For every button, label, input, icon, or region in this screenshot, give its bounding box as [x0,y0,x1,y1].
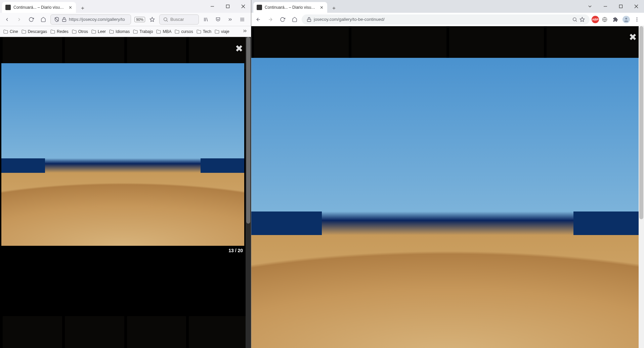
svg-line-11 [207,17,208,21]
close-tab-icon[interactable]: ✕ [319,5,324,10]
bookmarks-bar: Cine Descargas Redes Otros Leer Idiomas … [0,26,251,37]
svg-rect-1 [226,5,229,8]
folder-icon [72,29,77,34]
svg-point-30 [637,21,638,22]
svg-line-23 [576,21,577,22]
close-window-button[interactable] [629,0,644,13]
minimize-button[interactable] [205,0,220,13]
new-tab-button[interactable]: ＋ [78,3,87,13]
lightbox: 13 / 20 [1,63,244,254]
page-content: ✖ 13 / 20 [0,37,251,348]
url-text: https://josecoy.com/gallery/to [69,17,127,22]
folder-icon [50,29,55,34]
forward-button[interactable] [14,14,24,25]
firefox-window: Continuará... – Diario visual de ✕ ＋ htt… [0,0,251,348]
lightbox-image[interactable] [251,58,644,348]
folder-icon [22,29,26,34]
svg-point-22 [573,17,576,21]
library-icon[interactable] [201,14,211,25]
zoom-icon[interactable] [572,17,577,22]
bookmarks-overflow-icon[interactable] [242,28,248,35]
lightbox-image[interactable] [1,63,244,246]
close-window-button[interactable] [235,0,251,13]
profile-avatar-icon[interactable] [622,16,630,23]
browser-tab[interactable]: Continuará... – Diario visual de ✕ [2,2,76,13]
bookmark-item[interactable]: cursos [175,29,193,34]
search-icon [163,17,168,22]
toolbar: josecoy.com/gallery/to-be-continued/ ABP [251,13,644,26]
home-button[interactable] [290,14,300,25]
back-button[interactable] [2,14,12,25]
svg-rect-21 [307,19,311,22]
lock-icon [306,17,312,22]
bookmark-item[interactable]: Trabajo [133,29,153,34]
new-tab-button[interactable]: ＋ [329,3,339,13]
folder-icon [133,29,138,34]
svg-point-28 [637,17,638,18]
extension-abp-icon[interactable]: ABP [592,16,599,23]
folder-icon [109,29,114,34]
bookmark-item[interactable]: viaje [215,29,229,34]
overflow-chevron-icon[interactable] [225,14,235,25]
home-button[interactable] [38,14,48,25]
minimize-button[interactable] [598,0,613,13]
page-content: ✖ 13 / 20 [251,26,644,348]
search-bar[interactable]: Buscar [159,14,199,25]
forward-button[interactable] [265,14,275,25]
svg-marker-6 [150,17,154,22]
zoom-level[interactable]: 90% [134,17,145,22]
close-tab-icon[interactable]: ✕ [68,5,73,10]
folder-icon [91,29,96,34]
extension-globe-icon[interactable] [601,16,608,23]
folder-icon [175,29,179,34]
shield-icon [54,17,59,22]
scrollbar[interactable] [246,37,251,348]
bookmark-item[interactable]: Tech [197,29,211,34]
lightbox-close-icon[interactable]: ✖ [235,43,243,54]
maximize-button[interactable] [613,0,629,13]
lightbox-close-icon[interactable]: ✖ [629,32,637,43]
caret-down-icon[interactable] [582,0,598,13]
reload-button[interactable] [26,14,36,25]
folder-icon [156,29,161,34]
favicon [5,5,11,10]
favicon [257,5,262,10]
bookmark-star-icon[interactable] [147,14,157,25]
svg-point-27 [625,17,627,19]
scrollbar[interactable] [639,26,644,348]
tab-title: Continuará... – Diario visual de Jc [265,5,316,10]
extensions-puzzle-icon[interactable] [610,14,620,25]
window-controls [582,0,644,13]
address-bar[interactable]: https://josecoy.com/gallery/to [50,14,131,25]
titlebar: Continuará... – Diario visual de ✕ ＋ [0,0,251,13]
scrollbar-thumb[interactable] [639,26,643,219]
app-menu-button[interactable] [237,14,247,25]
chrome-menu-button[interactable] [632,14,642,25]
tab-strip: Continuará... – Diario visual de ✕ ＋ [0,0,87,13]
folder-icon [215,29,219,34]
bookmark-item[interactable]: MBA [156,29,171,34]
scrollbar-thumb[interactable] [246,37,250,224]
svg-line-8 [167,21,168,22]
back-button[interactable] [253,14,263,25]
url-text: josecoy.com/gallery/to-be-continued/ [314,17,570,22]
titlebar: Continuará... – Diario visual de Jc ✕ ＋ [251,0,644,13]
svg-point-7 [164,17,167,21]
bookmark-item[interactable]: Redes [50,29,69,34]
bookmark-item[interactable]: Cine [3,29,18,34]
bookmark-star-icon[interactable] [579,17,585,22]
bookmark-item[interactable]: Idiomas [109,29,130,34]
svg-rect-5 [62,19,66,22]
bookmark-item[interactable]: Otros [72,29,88,34]
browser-tab[interactable]: Continuará... – Diario visual de Jc ✕ [253,2,327,13]
pocket-icon[interactable] [213,14,223,25]
address-bar[interactable]: josecoy.com/gallery/to-be-continued/ [302,14,590,25]
lock-icon [61,17,67,22]
svg-marker-24 [580,17,584,22]
window-controls [205,0,251,13]
bookmark-item[interactable]: Leer [91,29,106,34]
reload-button[interactable] [277,14,288,25]
maximize-button[interactable] [220,0,235,13]
bookmark-item[interactable]: Descargas [22,29,47,34]
lightbox-counter: 13 / 20 [1,246,244,254]
